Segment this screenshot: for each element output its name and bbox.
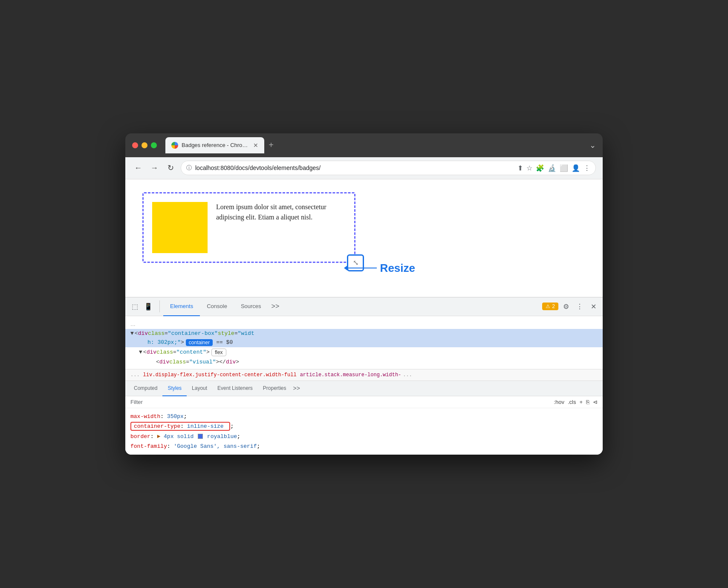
breadcrumb-bar: ... liv.display-flex.justify-content-cen… bbox=[125, 369, 603, 381]
color-swatch-royalblue[interactable] bbox=[198, 434, 203, 439]
tab-menu-button[interactable]: ⌄ bbox=[589, 141, 596, 150]
device-toggle-icon[interactable]: 📱 bbox=[142, 300, 154, 312]
tab-computed[interactable]: Computed bbox=[129, 381, 162, 396]
filter-actions: :hov .cls + ⎘ ⊲ bbox=[554, 399, 598, 405]
css-rule-container-type[interactable]: container-type: inline-size ; bbox=[130, 421, 598, 431]
arrow-head-icon bbox=[344, 265, 347, 271]
warning-count: 2 bbox=[552, 303, 555, 309]
window-icon[interactable]: ⬜ bbox=[560, 164, 568, 172]
devtools-panel: ⬚ 📱 Elements Console Sources >> ⚠ 2 ⚙ ⋮ … bbox=[125, 297, 603, 455]
demo-text: Lorem ipsum dolor sit amet, consectetur … bbox=[216, 202, 346, 222]
minimize-button[interactable] bbox=[142, 142, 147, 148]
chrome-favicon-icon bbox=[171, 142, 178, 149]
back-button[interactable]: ← bbox=[132, 162, 144, 174]
copy-style-button[interactable]: ⎘ bbox=[586, 399, 589, 405]
breadcrumb-item-1[interactable]: liv.display-flex.justify-content-center.… bbox=[143, 372, 297, 378]
hov-button[interactable]: :hov bbox=[554, 399, 564, 405]
url-text: localhost:8080/docs/devtools/elements/ba… bbox=[195, 164, 514, 171]
dom-arrow-icon: ▼ bbox=[130, 330, 134, 337]
flex-badge[interactable]: flex bbox=[211, 349, 226, 356]
share-icon[interactable]: ⬆ bbox=[517, 164, 523, 172]
profile-icon[interactable]: 👤 bbox=[572, 164, 580, 172]
dom-line-content[interactable]: ▼ <div class="content"> flex bbox=[125, 347, 603, 357]
dom-arrow-icon-2: ▼ bbox=[139, 349, 142, 355]
css-content: max-width: 350px; container-type: inline… bbox=[125, 408, 603, 455]
warning-icon: ⚠ bbox=[546, 303, 550, 309]
filter-label[interactable]: Filter bbox=[130, 399, 554, 405]
container-badge[interactable]: container bbox=[186, 339, 213, 346]
traffic-lights bbox=[132, 142, 157, 148]
devtools-panel-icons: ⬚ 📱 bbox=[129, 300, 160, 312]
arrow-line bbox=[347, 268, 377, 268]
new-tab-button[interactable]: + bbox=[264, 138, 278, 152]
tab-sources[interactable]: Sources bbox=[234, 297, 268, 316]
url-actions: ⬆ ☆ 🧩 🔬 ⬜ 👤 ⋮ bbox=[517, 164, 590, 172]
more-styles-tabs-button[interactable]: >> bbox=[292, 385, 302, 392]
tab-event-listeners[interactable]: Event Listeners bbox=[212, 381, 258, 396]
extensions-icon[interactable]: 🧩 bbox=[536, 164, 544, 172]
css-rule-font-family: font-family: 'Google Sans', sans-serif; bbox=[130, 441, 598, 451]
styles-tabs: Computed Styles Layout Event Listeners P… bbox=[125, 381, 603, 396]
dom-line-selected-2[interactable]: h: 302px;"> container == $0 bbox=[125, 338, 603, 347]
reload-button[interactable]: ↻ bbox=[165, 162, 176, 174]
demo-container: Lorem ipsum dolor sit amet, consectetur … bbox=[142, 192, 355, 263]
tab-bar: Badges reference - Chrome De ✕ + bbox=[165, 137, 584, 153]
more-options-button[interactable]: ⋮ bbox=[574, 300, 586, 312]
close-button[interactable] bbox=[132, 142, 138, 148]
resize-label: Resize bbox=[380, 262, 415, 275]
tab-title: Badges reference - Chrome De bbox=[182, 142, 250, 148]
tab-properties[interactable]: Properties bbox=[258, 381, 292, 396]
tab-console[interactable]: Console bbox=[200, 297, 234, 316]
breadcrumb-dots: ... bbox=[130, 372, 140, 378]
filter-bar: Filter :hov .cls + ⎘ ⊲ bbox=[125, 396, 603, 408]
browser-tab[interactable]: Badges reference - Chrome De ✕ bbox=[165, 137, 264, 153]
dom-line-visual[interactable]: <div class="visual"></div> bbox=[125, 357, 603, 366]
element-picker-icon[interactable]: ⬚ bbox=[129, 300, 141, 312]
cls-button[interactable]: .cls bbox=[568, 399, 576, 405]
more-tabs-button[interactable]: >> bbox=[268, 303, 283, 310]
devtools-toolbar: ⬚ 📱 Elements Console Sources >> ⚠ 2 ⚙ ⋮ … bbox=[125, 297, 603, 316]
title-bar: Badges reference - Chrome De ✕ + ⌄ bbox=[125, 133, 603, 157]
toggle-sidebar-button[interactable]: ⊲ bbox=[593, 399, 598, 405]
more-icon[interactable]: ⋮ bbox=[584, 164, 590, 172]
resize-annotation: Resize bbox=[347, 262, 415, 275]
css-rule-border: border: ► 4px solid royalblue; bbox=[130, 432, 598, 441]
dom-line-selected[interactable]: ▼ <div class="container-box" style="widt bbox=[125, 329, 603, 338]
page-content: Lorem ipsum dolor sit amet, consectetur … bbox=[125, 179, 603, 297]
experiments-icon[interactable]: 🔬 bbox=[548, 164, 556, 172]
forward-button[interactable]: → bbox=[148, 162, 160, 174]
warning-badge[interactable]: ⚠ 2 bbox=[542, 303, 558, 310]
add-style-button[interactable]: + bbox=[579, 399, 583, 405]
css-rule-max-width: max-width: 350px; bbox=[130, 412, 598, 421]
breadcrumb-item-2[interactable]: article.stack.measure-long.width- bbox=[300, 372, 402, 378]
browser-window: Badges reference - Chrome De ✕ + ⌄ ← → ↻… bbox=[125, 133, 603, 455]
close-devtools-button[interactable]: ✕ bbox=[587, 300, 599, 312]
maximize-button[interactable] bbox=[151, 142, 157, 148]
lock-icon: ⓘ bbox=[186, 164, 192, 172]
tab-elements[interactable]: Elements bbox=[163, 297, 200, 316]
bookmark-icon[interactable]: ☆ bbox=[526, 164, 532, 172]
tab-close-button[interactable]: ✕ bbox=[253, 142, 258, 149]
dom-dots: ... bbox=[125, 319, 603, 329]
yellow-box bbox=[152, 202, 208, 253]
url-bar[interactable]: ⓘ localhost:8080/docs/devtools/elements/… bbox=[181, 161, 596, 175]
dom-panel: ... ▼ <div class="container-box" style="… bbox=[125, 316, 603, 369]
address-bar: ← → ↻ ⓘ localhost:8080/docs/devtools/ele… bbox=[125, 157, 603, 179]
tab-styles[interactable]: Styles bbox=[162, 381, 187, 396]
tab-layout[interactable]: Layout bbox=[187, 381, 212, 396]
devtools-right-actions: ⚠ 2 ⚙ ⋮ ✕ bbox=[542, 300, 599, 312]
settings-button[interactable]: ⚙ bbox=[560, 300, 572, 312]
